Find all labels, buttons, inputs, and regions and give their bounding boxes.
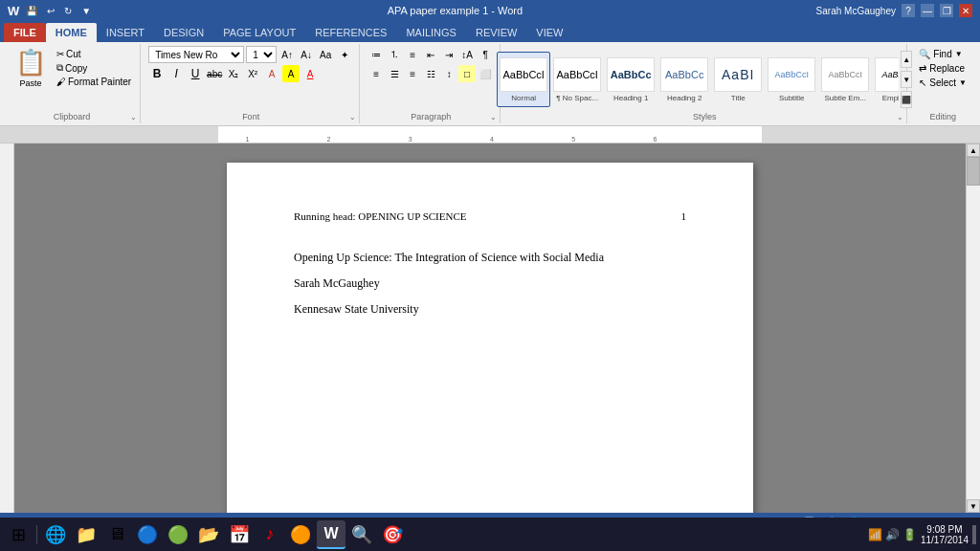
find-button[interactable]: 🔍 Find ▼ xyxy=(915,48,970,60)
style-subtitle-label: Subtitle xyxy=(779,94,805,102)
grow-font-btn[interactable]: A↑ xyxy=(278,46,296,63)
taskbar-clock[interactable]: 9:08 PM 11/17/2014 xyxy=(921,524,969,545)
styles-expand-icon[interactable]: ⌄ xyxy=(897,113,903,121)
scroll-up-btn[interactable]: ▲ xyxy=(967,143,980,157)
font-size-select[interactable]: 12 xyxy=(246,46,277,63)
align-right-btn[interactable]: ≡ xyxy=(404,65,421,82)
taskbar-app3[interactable]: 📂 xyxy=(194,520,223,549)
italic-button[interactable]: I xyxy=(167,65,185,82)
format-painter-button[interactable]: 🖌 Format Painter xyxy=(54,76,134,88)
align-center-btn[interactable]: ☰ xyxy=(386,65,403,82)
save-quick-btn[interactable]: 💾 xyxy=(23,5,40,17)
copy-button[interactable]: ⧉ Copy xyxy=(54,61,134,75)
taskbar-ie[interactable]: 🌐 xyxy=(41,520,70,549)
tab-review[interactable]: REVIEW xyxy=(466,23,526,42)
tab-page-layout[interactable]: PAGE LAYOUT xyxy=(213,23,305,42)
editing-label: Editing xyxy=(909,112,976,121)
taskbar-chrome[interactable]: 🔵 xyxy=(133,520,162,549)
document-title-text: Opening Up Science: The Integration of S… xyxy=(294,251,686,265)
paste-button[interactable]: 📋 Paste xyxy=(10,46,52,90)
start-button[interactable]: ⊞ xyxy=(4,520,33,549)
tab-design[interactable]: DESIGN xyxy=(154,23,213,42)
copy-label: Copy xyxy=(65,63,87,74)
taskbar-app6[interactable]: 🟠 xyxy=(286,520,315,549)
multilevel-btn[interactable]: ≡ xyxy=(404,46,421,63)
style-heading2[interactable]: AaBbCc Heading 2 xyxy=(657,52,711,107)
scroll-track[interactable] xyxy=(967,157,980,499)
find-icon: 🔍 xyxy=(919,49,930,59)
change-case-btn[interactable]: Aa xyxy=(317,46,334,63)
underline-button[interactable]: U xyxy=(187,65,204,82)
bullets-btn[interactable]: ≔ xyxy=(368,46,385,63)
format-painter-icon: 🖌 xyxy=(56,77,66,87)
taskbar-files[interactable]: 📁 xyxy=(72,520,100,549)
tab-mailings[interactable]: MAILINGS xyxy=(396,23,466,42)
shrink-font-btn[interactable]: A↓ xyxy=(298,46,315,63)
strikethrough-btn[interactable]: abc xyxy=(206,65,223,82)
tab-home[interactable]: HOME xyxy=(46,23,97,42)
subscript-btn[interactable]: X₂ xyxy=(225,65,242,82)
style-subtitle[interactable]: AaBbCcI Subtitle xyxy=(765,52,818,107)
ribbon-tabs: FILE HOME INSERT DESIGN PAGE LAYOUT REFE… xyxy=(0,21,980,42)
text-effects-btn[interactable]: A xyxy=(263,65,280,82)
tab-insert[interactable]: INSERT xyxy=(97,23,154,42)
paragraph-expand-icon[interactable]: ⌄ xyxy=(490,113,497,121)
replace-button[interactable]: ⇄ Replace xyxy=(915,62,970,75)
style-title[interactable]: AaBI Title xyxy=(711,52,765,107)
taskbar-app5[interactable]: ♪ xyxy=(256,520,284,549)
scroll-thumb[interactable] xyxy=(967,157,980,186)
scroll-down-btn[interactable]: ▼ xyxy=(967,499,980,513)
justify-btn[interactable]: ☷ xyxy=(422,65,439,82)
sort-btn[interactable]: ↕A xyxy=(458,46,476,63)
style-nospacing-label: ¶ No Spac... xyxy=(556,94,598,102)
style-no-spacing[interactable]: AaBbCcI ¶ No Spac... xyxy=(550,52,604,107)
line-spacing-btn[interactable]: ↕ xyxy=(440,65,457,82)
font-color-btn[interactable]: A xyxy=(301,65,319,82)
taskbar-word[interactable]: W xyxy=(317,520,345,549)
numbering-btn[interactable]: ⒈ xyxy=(386,46,403,63)
show-desktop-btn[interactable] xyxy=(972,525,976,544)
document-scroll-area[interactable]: Running head: OPENING UP SCIENCE 1 Openi… xyxy=(14,143,966,513)
minimize-btn[interactable]: — xyxy=(921,4,934,17)
align-left-btn[interactable]: ≡ xyxy=(368,65,385,82)
highlight-btn[interactable]: A xyxy=(282,65,300,82)
font-family-select[interactable]: Times New Ro xyxy=(148,46,244,63)
shading-btn[interactable]: □ xyxy=(458,65,476,82)
style-normal[interactable]: AaBbCcI Normal xyxy=(497,52,550,107)
find-label: Find xyxy=(933,49,951,59)
styles-container: AaBbCcI Normal AaBbCcI ¶ No Spac... AaBb… xyxy=(497,52,899,107)
undo-quick-btn[interactable]: ↩ xyxy=(44,5,57,17)
restore-btn[interactable]: ❐ xyxy=(940,4,953,17)
tab-view[interactable]: VIEW xyxy=(526,23,572,42)
borders-btn[interactable]: ⬜ xyxy=(477,65,494,82)
redo-quick-btn[interactable]: ↻ xyxy=(61,5,75,17)
style-subtle-emphasis[interactable]: AaBbCcI Subtle Em... xyxy=(818,52,872,107)
clipboard-expand-icon[interactable]: ⌄ xyxy=(130,113,137,121)
taskbar-app4[interactable]: 📅 xyxy=(225,520,254,549)
style-heading1[interactable]: AaBbCc Heading 1 xyxy=(604,52,657,107)
show-formatting-btn[interactable]: ¶ xyxy=(477,46,494,63)
copy-icon: ⧉ xyxy=(56,62,63,74)
replace-label: Replace xyxy=(929,63,965,74)
taskbar-search[interactable]: 🔍 xyxy=(347,520,376,549)
clear-format-btn[interactable]: ✦ xyxy=(336,46,353,63)
select-button[interactable]: ↖ Select ▼ xyxy=(915,77,970,89)
style-normal-preview: AaBbCcI xyxy=(500,57,547,92)
increase-indent-btn[interactable]: ⇥ xyxy=(440,46,457,63)
qa-more-btn[interactable]: ▼ xyxy=(78,5,94,17)
font-expand-icon[interactable]: ⌄ xyxy=(349,113,356,121)
taskbar-app2[interactable]: 🟢 xyxy=(164,520,192,549)
cut-button[interactable]: ✂ Cut xyxy=(54,48,134,60)
tab-references[interactable]: REFERENCES xyxy=(305,23,396,42)
bold-button[interactable]: B xyxy=(148,65,166,82)
superscript-btn[interactable]: X² xyxy=(244,65,261,82)
tab-file[interactable]: FILE xyxy=(4,23,46,42)
format-painter-label: Format Painter xyxy=(68,77,131,87)
decrease-indent-btn[interactable]: ⇤ xyxy=(422,46,439,63)
help-btn[interactable]: ? xyxy=(902,4,915,17)
close-btn[interactable]: ✕ xyxy=(959,4,972,17)
style-emphasis[interactable]: AaBbCcI Emphasis xyxy=(872,52,899,107)
taskbar-hp[interactable]: 🖥 xyxy=(102,520,131,549)
scrollbar-right: ▲ ▼ xyxy=(966,143,980,513)
taskbar-app7[interactable]: 🎯 xyxy=(378,520,407,549)
